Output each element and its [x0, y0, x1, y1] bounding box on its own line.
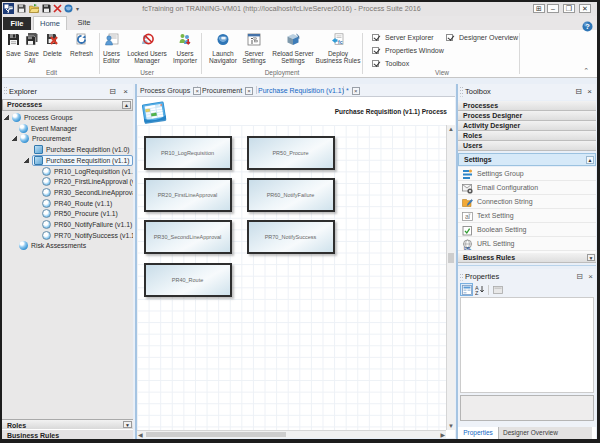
svg-text:?: ? — [585, 22, 590, 31]
svg-text:fc: fc — [338, 39, 343, 45]
svg-text:URL: URL — [464, 247, 472, 251]
